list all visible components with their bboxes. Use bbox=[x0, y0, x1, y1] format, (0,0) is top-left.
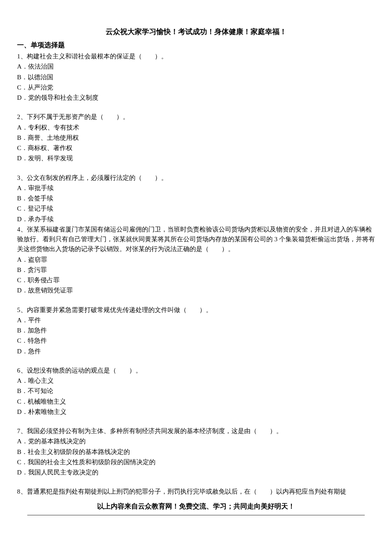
question-stem: 7、我国必须坚持公有制为主体、多种所有制经济共同发展的基本经济制度，这是由（ ）… bbox=[17, 426, 375, 436]
page-header: 云众祝大家学习愉快！考试成功！身体健康！家庭幸福！ bbox=[17, 26, 375, 38]
question-4: 4、张某系福建省厦门市某国有储运公司雇佣的门卫，当班时负责检验该公司货场内货柜以… bbox=[17, 225, 375, 296]
question-stem: 4、张某系福建省厦门市某国有储运公司雇佣的门卫，当班时负责检验该公司货场内货柜以… bbox=[17, 225, 375, 254]
question-option: B．社会主义初级阶段的基本路线决定的 bbox=[17, 447, 375, 457]
question-option: B．不可知论 bbox=[17, 386, 375, 396]
question-option: B．商誉、土地使用权 bbox=[17, 133, 375, 143]
question-stem: 8、普通累犯是指判处有期徒刑以上刑罚的犯罪分子，刑罚执行完毕或赦免以后，在（ ）… bbox=[17, 487, 375, 497]
question-option: C．职务侵占罪 bbox=[17, 275, 375, 285]
section-title: 一、单项选择题 bbox=[17, 40, 375, 51]
question-option: B．贪污罪 bbox=[17, 265, 375, 275]
question-7: 7、我国必须坚持公有制为主体、多种所有制经济共同发展的基本经济制度，这是由（ ）… bbox=[17, 426, 375, 477]
footer-divider bbox=[27, 515, 365, 515]
question-option: A．依法治国 bbox=[17, 62, 375, 72]
question-option: D．急件 bbox=[17, 347, 375, 356]
question-option: A．盗窃罪 bbox=[17, 255, 375, 265]
question-stem: 1、构建社会主义和谐社会最根本的保证是（ ）。 bbox=[17, 52, 375, 61]
question-8: 8、普通累犯是指判处有期徒刑以上刑罚的犯罪分子，刑罚执行完毕或赦免以后，在（ ）… bbox=[17, 487, 375, 497]
question-option: A．审批手续 bbox=[17, 183, 375, 193]
question-option: B．以德治国 bbox=[17, 72, 375, 82]
question-option: C．从严治党 bbox=[17, 83, 375, 92]
question-option: C．我国的社会主义性质和初级阶段的国情决定的 bbox=[17, 457, 375, 467]
question-2: 2、下列不属于无形资产的是（ ）。 A．专利权、专有技术 B．商誉、土地使用权 … bbox=[17, 112, 375, 163]
question-stem: 5、内容重要并紧急需要打破常规优先传递处理的文件叫做（ ）。 bbox=[17, 305, 375, 315]
question-1: 1、构建社会主义和谐社会最根本的保证是（ ）。 A．依法治国 B．以德治国 C．… bbox=[17, 52, 375, 103]
question-option: C．特急件 bbox=[17, 336, 375, 346]
question-option: C．商标权、著作权 bbox=[17, 143, 375, 153]
question-option: D．党的领导和社会主义制度 bbox=[17, 93, 375, 103]
question-option: D．我国人民民主专政决定的 bbox=[17, 468, 375, 477]
question-stem: 3、公文在制发的程序上，必须履行法定的（ ）。 bbox=[17, 173, 375, 183]
question-option: A．平件 bbox=[17, 315, 375, 325]
question-option: B．会签手续 bbox=[17, 194, 375, 203]
question-5: 5、内容重要并紧急需要打破常规优先传递处理的文件叫做（ ）。 A．平件 B．加急… bbox=[17, 305, 375, 356]
question-option: D．承办手续 bbox=[17, 214, 375, 224]
question-option: C．登记手续 bbox=[17, 204, 375, 214]
question-option: C．机械唯物主义 bbox=[17, 397, 375, 407]
question-option: D．故意销毁凭证罪 bbox=[17, 286, 375, 295]
question-option: A．专利权、专有技术 bbox=[17, 123, 375, 133]
question-6: 6、设想没有物质的运动的观点是（ ）。 A．唯心主义 B．不可知论 C．机械唯物… bbox=[17, 366, 375, 417]
question-3: 3、公文在制发的程序上，必须履行法定的（ ）。 A．审批手续 B．会签手续 C．… bbox=[17, 173, 375, 224]
question-stem: 2、下列不属于无形资产的是（ ）。 bbox=[17, 112, 375, 122]
question-option: D．朴素唯物主义 bbox=[17, 407, 375, 417]
question-option: A．党的基本路线决定的 bbox=[17, 436, 375, 446]
page-footer: 以上内容来自云众教育网！免费交流、学习；共同走向美好明天！ bbox=[17, 501, 375, 512]
question-stem: 6、设想没有物质的运动的观点是（ ）。 bbox=[17, 366, 375, 376]
question-option: B．加急件 bbox=[17, 326, 375, 335]
question-option: D．发明、科学发现 bbox=[17, 153, 375, 163]
question-option: A．唯心主义 bbox=[17, 376, 375, 386]
